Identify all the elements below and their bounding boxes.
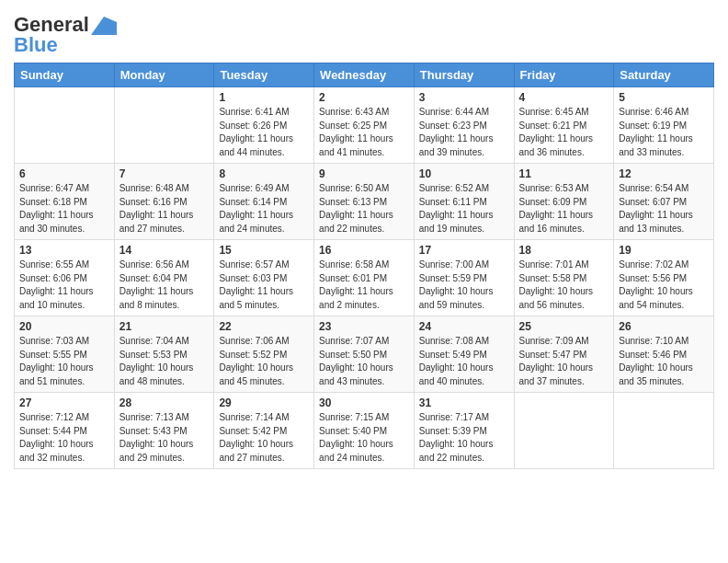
day-info: Sunrise: 6:57 AMSunset: 6:03 PMDaylight:… <box>219 259 309 312</box>
weekday-header: Friday <box>514 63 614 87</box>
day-number: 13 <box>19 244 109 257</box>
day-info: Sunrise: 6:54 AMSunset: 6:07 PMDaylight:… <box>619 182 709 236</box>
calendar-week-row: 13Sunrise: 6:55 AMSunset: 6:06 PMDayligh… <box>15 240 714 316</box>
calendar-cell: 27Sunrise: 7:12 AMSunset: 5:44 PMDayligh… <box>15 393 115 469</box>
day-number: 26 <box>619 320 709 333</box>
day-number: 21 <box>119 320 210 333</box>
calendar-cell: 5Sunrise: 6:46 AMSunset: 6:19 PMDaylight… <box>614 87 714 164</box>
day-info: Sunrise: 7:03 AMSunset: 5:55 PMDaylight:… <box>19 335 109 388</box>
day-number: 31 <box>419 396 509 409</box>
calendar-cell: 31Sunrise: 7:17 AMSunset: 5:39 PMDayligh… <box>414 393 514 469</box>
day-number: 23 <box>319 320 409 333</box>
calendar-page: General Blue SundayMondayTuesdayWednesda… <box>0 0 728 563</box>
logo: General Blue <box>14 13 117 57</box>
day-info: Sunrise: 6:48 AMSunset: 6:16 PMDaylight:… <box>119 182 210 236</box>
day-info: Sunrise: 6:41 AMSunset: 6:26 PMDaylight:… <box>219 106 309 159</box>
day-number: 27 <box>19 396 109 409</box>
calendar-cell: 17Sunrise: 7:00 AMSunset: 5:59 PMDayligh… <box>414 240 514 316</box>
calendar-cell: 16Sunrise: 6:58 AMSunset: 6:01 PMDayligh… <box>314 240 415 316</box>
day-info: Sunrise: 7:13 AMSunset: 5:43 PMDaylight:… <box>119 411 210 465</box>
calendar-cell: 20Sunrise: 7:03 AMSunset: 5:55 PMDayligh… <box>15 316 115 393</box>
weekday-header: Thursday <box>414 63 514 87</box>
day-info: Sunrise: 7:10 AMSunset: 5:46 PMDaylight:… <box>619 335 709 388</box>
day-info: Sunrise: 6:43 AMSunset: 6:25 PMDaylight:… <box>319 106 409 159</box>
day-info: Sunrise: 7:12 AMSunset: 5:44 PMDaylight:… <box>19 411 109 465</box>
day-number: 28 <box>119 396 210 409</box>
day-number: 24 <box>419 320 509 333</box>
calendar-cell: 10Sunrise: 6:52 AMSunset: 6:11 PMDayligh… <box>414 164 514 240</box>
calendar-cell: 7Sunrise: 6:48 AMSunset: 6:16 PMDaylight… <box>114 164 214 240</box>
weekday-header: Monday <box>114 63 214 87</box>
day-number: 15 <box>219 244 309 257</box>
calendar-cell: 22Sunrise: 7:06 AMSunset: 5:52 PMDayligh… <box>214 316 314 393</box>
day-number: 3 <box>419 91 509 104</box>
day-info: Sunrise: 6:53 AMSunset: 6:09 PMDaylight:… <box>519 182 609 236</box>
calendar-cell <box>614 393 714 469</box>
calendar-cell: 30Sunrise: 7:15 AMSunset: 5:40 PMDayligh… <box>314 393 415 469</box>
calendar-cell: 23Sunrise: 7:07 AMSunset: 5:50 PMDayligh… <box>314 316 415 393</box>
day-number: 25 <box>519 320 609 333</box>
day-number: 18 <box>519 244 609 257</box>
day-number: 19 <box>619 244 709 257</box>
day-info: Sunrise: 6:50 AMSunset: 6:13 PMDaylight:… <box>319 182 409 236</box>
calendar-week-row: 1Sunrise: 6:41 AMSunset: 6:26 PMDaylight… <box>15 87 714 164</box>
weekday-row: SundayMondayTuesdayWednesdayThursdayFrid… <box>15 63 714 87</box>
calendar-cell: 18Sunrise: 7:01 AMSunset: 5:58 PMDayligh… <box>514 240 614 316</box>
calendar-cell: 28Sunrise: 7:13 AMSunset: 5:43 PMDayligh… <box>114 393 214 469</box>
day-number: 1 <box>219 91 309 104</box>
calendar-cell <box>114 87 214 164</box>
logo-icon <box>91 17 117 35</box>
day-number: 17 <box>419 244 509 257</box>
calendar-cell <box>15 87 115 164</box>
calendar-cell: 21Sunrise: 7:04 AMSunset: 5:53 PMDayligh… <box>114 316 214 393</box>
day-info: Sunrise: 6:56 AMSunset: 6:04 PMDaylight:… <box>119 259 210 312</box>
day-number: 30 <box>319 396 409 409</box>
weekday-header: Wednesday <box>314 63 415 87</box>
day-number: 6 <box>19 167 109 180</box>
svg-marker-0 <box>91 17 117 35</box>
day-info: Sunrise: 7:15 AMSunset: 5:40 PMDaylight:… <box>319 411 409 465</box>
day-info: Sunrise: 6:47 AMSunset: 6:18 PMDaylight:… <box>19 182 109 236</box>
weekday-header: Sunday <box>15 63 115 87</box>
day-number: 29 <box>219 396 309 409</box>
day-number: 10 <box>419 167 509 180</box>
calendar-cell: 1Sunrise: 6:41 AMSunset: 6:26 PMDaylight… <box>214 87 314 164</box>
calendar-table: SundayMondayTuesdayWednesdayThursdayFrid… <box>14 63 714 469</box>
day-info: Sunrise: 7:08 AMSunset: 5:49 PMDaylight:… <box>419 335 509 388</box>
calendar-cell: 4Sunrise: 6:45 AMSunset: 6:21 PMDaylight… <box>514 87 614 164</box>
header: General Blue <box>14 9 714 57</box>
calendar-cell: 9Sunrise: 6:50 AMSunset: 6:13 PMDaylight… <box>314 164 415 240</box>
day-number: 2 <box>319 91 409 104</box>
day-info: Sunrise: 6:46 AMSunset: 6:19 PMDaylight:… <box>619 106 709 159</box>
day-info: Sunrise: 6:55 AMSunset: 6:06 PMDaylight:… <box>19 259 109 312</box>
day-info: Sunrise: 7:17 AMSunset: 5:39 PMDaylight:… <box>419 411 509 465</box>
calendar-week-row: 20Sunrise: 7:03 AMSunset: 5:55 PMDayligh… <box>15 316 714 393</box>
calendar-cell: 8Sunrise: 6:49 AMSunset: 6:14 PMDaylight… <box>214 164 314 240</box>
day-info: Sunrise: 7:09 AMSunset: 5:47 PMDaylight:… <box>519 335 609 388</box>
calendar-cell: 26Sunrise: 7:10 AMSunset: 5:46 PMDayligh… <box>614 316 714 393</box>
day-info: Sunrise: 6:44 AMSunset: 6:23 PMDaylight:… <box>419 106 509 159</box>
calendar-cell: 15Sunrise: 6:57 AMSunset: 6:03 PMDayligh… <box>214 240 314 316</box>
day-info: Sunrise: 7:07 AMSunset: 5:50 PMDaylight:… <box>319 335 409 388</box>
day-number: 7 <box>119 167 210 180</box>
day-info: Sunrise: 7:00 AMSunset: 5:59 PMDaylight:… <box>419 259 509 312</box>
calendar-cell <box>514 393 614 469</box>
day-number: 20 <box>19 320 109 333</box>
day-number: 22 <box>219 320 309 333</box>
calendar-cell: 24Sunrise: 7:08 AMSunset: 5:49 PMDayligh… <box>414 316 514 393</box>
day-number: 4 <box>519 91 609 104</box>
day-number: 8 <box>219 167 309 180</box>
calendar-cell: 14Sunrise: 6:56 AMSunset: 6:04 PMDayligh… <box>114 240 214 316</box>
day-number: 5 <box>619 91 709 104</box>
calendar-body: 1Sunrise: 6:41 AMSunset: 6:26 PMDaylight… <box>15 87 714 469</box>
weekday-header: Saturday <box>614 63 714 87</box>
calendar-cell: 13Sunrise: 6:55 AMSunset: 6:06 PMDayligh… <box>15 240 115 316</box>
day-number: 12 <box>619 167 709 180</box>
day-info: Sunrise: 7:02 AMSunset: 5:56 PMDaylight:… <box>619 259 709 312</box>
calendar-cell: 12Sunrise: 6:54 AMSunset: 6:07 PMDayligh… <box>614 164 714 240</box>
day-number: 11 <box>519 167 609 180</box>
day-info: Sunrise: 7:14 AMSunset: 5:42 PMDaylight:… <box>219 411 309 465</box>
day-info: Sunrise: 6:52 AMSunset: 6:11 PMDaylight:… <box>419 182 509 236</box>
calendar-header: SundayMondayTuesdayWednesdayThursdayFrid… <box>15 63 714 87</box>
calendar-cell: 3Sunrise: 6:44 AMSunset: 6:23 PMDaylight… <box>414 87 514 164</box>
